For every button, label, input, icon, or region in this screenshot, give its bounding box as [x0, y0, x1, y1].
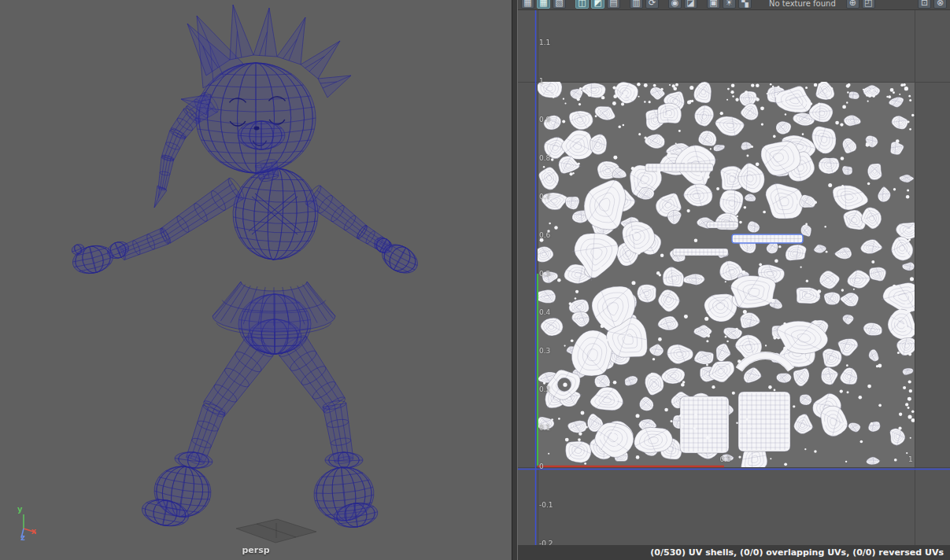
bake-texture-icon[interactable]: ⊡ [918, 0, 931, 9]
uv-editor-panel: ▦▦▧◫◩▤▥⟳◉◪▣☀▚No texture found⊕◰⊡⊗ (0/530… [518, 0, 950, 560]
checker-texture-icon[interactable]: ▚ [738, 0, 752, 9]
app-root: y z x persp ▦▦▧◫◩▤▥⟳◉◪▣☀▚No texture foun… [0, 0, 950, 560]
uv-toolbar: ▦▦▧◫◩▤▥⟳◉◪▣☀▚No texture found⊕◰⊡⊗ [518, 0, 950, 10]
texture-borders-icon[interactable]: ▧ [553, 0, 566, 9]
texture-name-label: No texture found [769, 0, 836, 8]
uv-tiling-icon[interactable]: ⊕ [846, 0, 859, 9]
uv-snapshot-icon[interactable]: ◰ [862, 0, 875, 9]
pixel-snap-icon[interactable]: ▥ [630, 0, 643, 9]
uv-grid-icon[interactable]: ▦ [521, 0, 534, 9]
grid-display-icon[interactable]: ▤ [607, 0, 620, 9]
axis-gizmo: y z x [11, 507, 52, 546]
refresh-view-icon[interactable]: ⟳ [645, 0, 659, 9]
uv-canvas[interactable] [518, 0, 950, 560]
axis-x-label: x [31, 527, 36, 536]
checkered-tiles-icon[interactable]: ◫ [575, 0, 589, 9]
exposure-icon[interactable]: ☀ [723, 0, 736, 9]
axis-z-label: z [20, 533, 25, 542]
image-display-icon[interactable]: ▣ [707, 0, 720, 9]
shaded-uvs-icon[interactable]: ▦ [537, 0, 550, 9]
viewport-canvas[interactable] [0, 0, 512, 560]
axis-y-label: y [17, 505, 23, 514]
isolate-select-icon[interactable]: ◪ [684, 0, 697, 9]
panel-divider[interactable] [512, 0, 518, 560]
perspective-viewport[interactable]: y z x persp [0, 0, 512, 560]
delete-texture-icon[interactable]: ⊗ [933, 0, 947, 9]
lock-selection-icon[interactable]: ◉ [668, 0, 682, 9]
uv-distortion-icon[interactable]: ◩ [591, 0, 604, 9]
uv-status-bar: (0/530) UV shells, (0/0) overlapping UVs… [518, 545, 950, 560]
